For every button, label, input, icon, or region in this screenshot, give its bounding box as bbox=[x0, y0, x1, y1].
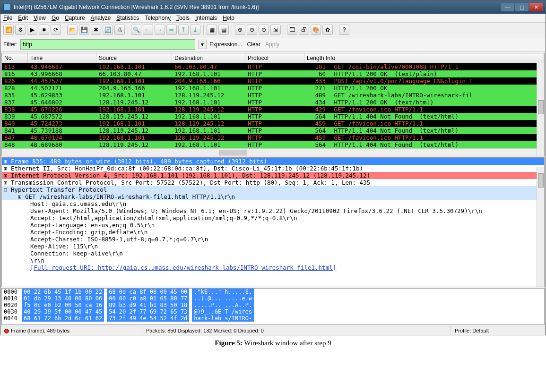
go-to-packet-icon[interactable]: ⇨ bbox=[166, 25, 177, 35]
menu-capture[interactable]: Capture bbox=[65, 15, 85, 21]
go-back-icon[interactable]: ← bbox=[143, 25, 153, 35]
filter-dropdown-icon[interactable]: ▾ bbox=[198, 40, 207, 49]
packet-list-hscroll[interactable] bbox=[2, 148, 544, 156]
col-protocol[interactable]: Protocol bbox=[245, 53, 304, 63]
expert-info-icon[interactable] bbox=[4, 329, 9, 333]
print-icon[interactable]: 🖨 bbox=[114, 25, 125, 35]
detail-http-get[interactable]: ⊞ GET /wireshark-labs/INTRO-wireshark-fi… bbox=[2, 193, 544, 200]
zoom-in-icon[interactable]: ⊕ bbox=[235, 25, 245, 35]
detail-tcp[interactable]: ⊞ Transmission Control Protocol, Src Por… bbox=[2, 179, 544, 186]
menu-tools[interactable]: Tools bbox=[176, 15, 190, 21]
interfaces-icon[interactable]: 📶 bbox=[3, 25, 14, 35]
table-row[interactable]: 84045.724273192.168.1.101128.119.245.12H… bbox=[2, 120, 544, 127]
table-row[interactable]: 84848.689680128.119.245.12192.168.1.101H… bbox=[2, 141, 544, 148]
menu-go[interactable]: Go bbox=[52, 15, 59, 21]
table-row[interactable]: 81643.99666866.103.80.47192.168.1.101HTT… bbox=[2, 70, 544, 77]
col-time[interactable]: Time bbox=[28, 53, 96, 63]
packet-list-vscroll[interactable] bbox=[537, 63, 544, 156]
menu-telephony[interactable]: Telephony bbox=[145, 15, 171, 21]
help-icon[interactable]: ? bbox=[339, 25, 349, 35]
go-last-icon[interactable]: ⤓ bbox=[190, 25, 200, 35]
detail-http-user-agent[interactable]: User-Agent: Mozilla/5.0 (Windows; U; Win… bbox=[2, 207, 544, 214]
figure-caption: Figure 5: Figure 5: Wireshark window aft… bbox=[0, 335, 546, 349]
table-row[interactable]: 82844.507171204.9.163.166192.168.1.101HT… bbox=[2, 85, 544, 92]
table-row[interactable]: 83845.670226192.168.1.101128.119.245.12H… bbox=[2, 106, 544, 113]
hex-row[interactable]: 001001 db 29 13 40 00 80 0600 00 c0 a8 0… bbox=[2, 295, 544, 302]
titlebar[interactable]: Intel(R) 82567LM Gigabit Network Connect… bbox=[0, 0, 546, 14]
packet-details-pane[interactable]: ⊞ Frame 835: 489 bytes on wire (3912 bit… bbox=[1, 157, 545, 287]
filter-clear-button[interactable]: Clear bbox=[247, 41, 260, 48]
packet-list-body[interactable]: 81343.946687192.168.1.10166.103.80.47HTT… bbox=[2, 63, 544, 148]
filter-expression-button[interactable]: Expression... bbox=[209, 41, 242, 48]
col-length-info[interactable]: Length Info bbox=[304, 53, 544, 63]
go-forward-icon[interactable]: → bbox=[155, 25, 165, 35]
col-destination[interactable]: Destination bbox=[172, 53, 245, 63]
packet-list-pane[interactable]: No. Time Source Destination Protocol Len… bbox=[1, 53, 545, 156]
go-first-icon[interactable]: ⤒ bbox=[178, 25, 189, 35]
detail-http-host[interactable]: Host: gaia.cs.umass.edu\r\n bbox=[2, 200, 544, 207]
preferences-icon[interactable]: ✿ bbox=[322, 25, 333, 35]
detail-frame[interactable]: ⊞ Frame 835: 489 bytes on wire (3912 bit… bbox=[2, 158, 544, 165]
coloring-rules-icon[interactable]: 🎨 bbox=[311, 25, 321, 35]
stop-capture-icon[interactable]: ■ bbox=[39, 25, 49, 35]
options-icon[interactable]: ⚙ bbox=[15, 25, 26, 35]
minimize-button[interactable]: — bbox=[501, 3, 514, 11]
status-profile[interactable]: Profile: Default bbox=[451, 326, 546, 335]
table-row[interactable]: 83545.629833192.168.1.101128.119.245.12H… bbox=[2, 92, 544, 99]
restart-capture-icon[interactable]: ⟳ bbox=[51, 25, 61, 35]
find-icon[interactable]: 🔍 bbox=[131, 25, 141, 35]
resize-columns-icon[interactable]: ⇲ bbox=[270, 25, 281, 35]
detail-http-accept[interactable]: Accept: text/html,application/xhtml+xml,… bbox=[2, 214, 544, 222]
filter-apply-button[interactable]: Apply bbox=[265, 41, 279, 48]
filter-bar: Filter: ▾ Expression... Clear Apply bbox=[0, 37, 546, 52]
menu-internals[interactable]: Internals bbox=[195, 15, 217, 21]
menu-help[interactable]: Help bbox=[223, 15, 234, 21]
detail-ethernet[interactable]: ⊞ Ethernet II, Src: HonHaiPr_0d:ca:8f (0… bbox=[2, 165, 544, 172]
table-row[interactable]: 83745.646802128.119.245.12192.168.1.101H… bbox=[2, 99, 544, 106]
display-filters-icon[interactable]: 🗗 bbox=[299, 25, 309, 35]
hex-row[interactable]: 003040 29 39 5f 00 00 47 4554 20 2f 77 6… bbox=[2, 308, 544, 315]
detail-http-full-uri[interactable]: [Full request URI: http://gaia.cs.umass.… bbox=[2, 264, 544, 271]
hex-row[interactable]: 004068 61 72 6b 2d 6c 61 6273 2f 49 4e 5… bbox=[2, 315, 544, 322]
zoom-fit-icon[interactable]: ⊙ bbox=[259, 25, 269, 35]
menu-edit[interactable]: Edit bbox=[18, 15, 28, 21]
maximize-button[interactable]: ▢ bbox=[515, 3, 529, 11]
hex-row[interactable]: 000000 22 6b 45 1f 1b 00 2268 0d ca 8f 0… bbox=[2, 289, 544, 295]
detail-http-accept-encoding[interactable]: Accept-Encoding: gzip,deflate\r\n bbox=[2, 229, 544, 236]
detail-http-keep-alive[interactable]: Keep-Alive: 115\r\n bbox=[2, 243, 544, 250]
reload-icon[interactable]: 🔄 bbox=[103, 25, 113, 35]
close-button[interactable]: ✕ bbox=[529, 3, 543, 11]
open-icon[interactable]: 📂 bbox=[67, 25, 78, 35]
zoom-out-icon[interactable]: ⊖ bbox=[247, 25, 257, 35]
wireshark-window: Intel(R) 82567LM Gigabit Network Connect… bbox=[0, 0, 546, 335]
table-row[interactable]: 83945.687572128.119.245.12192.168.1.101H… bbox=[2, 113, 544, 120]
detail-http-connection[interactable]: Connection: keep-alive\r\n bbox=[2, 250, 544, 257]
menu-statistics[interactable]: Statistics bbox=[116, 15, 139, 21]
table-row[interactable]: 81343.946687192.168.1.10166.103.80.47HTT… bbox=[2, 63, 544, 70]
table-row[interactable]: 84748.670194192.168.1.101128.119.245.12H… bbox=[2, 134, 544, 141]
hex-pane[interactable]: 000000 22 6b 45 1f 1b 00 2268 0d ca 8f 0… bbox=[1, 288, 545, 325]
detail-http-accept-language[interactable]: Accept-Language: en-us,en;q=0.5\r\n bbox=[2, 222, 544, 229]
col-no[interactable]: No. bbox=[2, 53, 28, 63]
detail-ip[interactable]: ⊞ Internet Protocol Version 4, Src: 192.… bbox=[2, 172, 544, 179]
hex-row[interactable]: 0020f5 0c e0 b2 00 50 ca 1689 b3 d9 41 b… bbox=[2, 302, 544, 308]
window-title: Intel(R) 82567LM Gigabit Network Connect… bbox=[14, 4, 501, 10]
auto-scroll-icon[interactable]: ▤ bbox=[218, 25, 229, 35]
save-icon[interactable]: 💾 bbox=[79, 25, 89, 35]
close-file-icon[interactable]: ✖ bbox=[91, 25, 101, 35]
menu-analyze[interactable]: Analyze bbox=[91, 15, 111, 21]
detail-http-crlf[interactable]: \r\n bbox=[2, 257, 544, 264]
filter-input[interactable] bbox=[20, 39, 195, 50]
capture-filters-icon[interactable]: 🗔 bbox=[287, 25, 297, 35]
status-mid: Packets: 850 Displayed: 132 Marked: 0 Dr… bbox=[142, 326, 451, 335]
menu-view[interactable]: View bbox=[34, 15, 46, 21]
table-row[interactable]: 84145.739188128.119.245.12192.168.1.101H… bbox=[2, 127, 544, 134]
colorize-icon[interactable]: ▦ bbox=[207, 25, 217, 35]
table-row[interactable]: 82644.457577192.168.1.101204.9.163.166HT… bbox=[2, 77, 544, 85]
menu-file[interactable]: File bbox=[3, 15, 12, 21]
details-vscroll[interactable] bbox=[537, 167, 544, 287]
start-capture-icon[interactable]: ▶ bbox=[27, 25, 37, 35]
col-source[interactable]: Source bbox=[96, 53, 172, 63]
detail-http-accept-charset[interactable]: Accept-Charset: ISO-8859-1,utf-8;q=0.7,*… bbox=[2, 236, 544, 243]
detail-http[interactable]: ⊟ Hypertext Transfer Protocol bbox=[2, 186, 544, 193]
